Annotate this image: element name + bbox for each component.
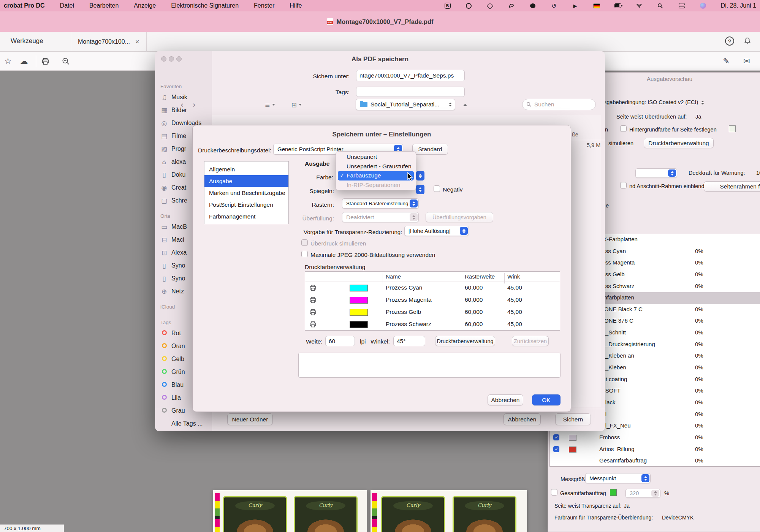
column-frequency[interactable]: Rasterweite	[465, 273, 495, 280]
package-artwork: Curly	[453, 496, 516, 532]
ring-icon[interactable]	[466, 2, 472, 9]
close-tab-icon[interactable]: ×	[135, 38, 139, 46]
farbe-popup-caret[interactable]	[416, 171, 424, 180]
ok-button[interactable]: OK	[532, 394, 560, 405]
search-input[interactable]	[534, 101, 584, 108]
column-angle[interactable]: Wink	[507, 273, 520, 280]
disk-icon: ⊟	[160, 236, 168, 244]
save-button[interactable]: Sichern	[555, 413, 591, 425]
keyboard-flag-icon[interactable]	[593, 2, 600, 9]
settings-category[interactable]: Marken und Beschnittzugabe	[204, 187, 288, 199]
star-icon[interactable]: ☆	[3, 56, 13, 66]
print-icon[interactable]	[40, 56, 50, 66]
printer-icon	[309, 284, 317, 293]
back-button[interactable]: ‹	[176, 100, 188, 110]
separation-row[interactable]: Artios_Rillung 0%	[550, 444, 760, 456]
wifi-icon[interactable]	[636, 2, 643, 9]
menu-option[interactable]: Unsepariert - Graustufen	[338, 162, 414, 171]
menu-option[interactable]: Unsepariert	[338, 152, 414, 162]
page-frames-button[interactable]: Seitenrahmen festlege	[704, 181, 760, 192]
b-badge-icon[interactable]: B	[444, 2, 451, 9]
total-coverage-checkbox[interactable]	[551, 489, 557, 496]
new-folder-button[interactable]: Neuer Ordner	[227, 413, 273, 425]
filename-input[interactable]	[356, 70, 465, 81]
ink-row[interactable]: Prozess Magenta 60,000 45,00	[305, 294, 560, 306]
background-color-well[interactable]	[729, 125, 736, 132]
cloud-upload-icon[interactable]: ☁	[19, 56, 29, 66]
lasso-icon[interactable]	[508, 2, 515, 9]
play-circle-icon[interactable]: ▶	[572, 2, 579, 9]
separation-row[interactable]: Gesamtfarbauftrag 0%	[550, 455, 760, 467]
siri-icon[interactable]	[700, 2, 706, 9]
mail-icon[interactable]: ✉	[742, 56, 752, 66]
standard-button[interactable]: Standard	[412, 144, 448, 155]
signature-pen-icon[interactable]: ✎	[721, 56, 731, 66]
separation-visibility-checkbox[interactable]	[553, 434, 559, 440]
warning-color-popup[interactable]	[635, 168, 677, 178]
menu-option[interactable]: ✓ Farbauszüge	[338, 171, 414, 180]
winkel-input[interactable]	[393, 336, 425, 346]
total-coverage-swatch[interactable]	[610, 489, 617, 496]
forward-button[interactable]: ›	[188, 100, 200, 110]
weite-input[interactable]	[325, 336, 355, 346]
menu-item[interactable]: Hilfe	[290, 2, 302, 9]
settings-category[interactable]: Allgemein	[204, 163, 288, 175]
menu-item[interactable]: Datei	[60, 2, 74, 9]
measure-size-popup[interactable]: Messpunkt	[585, 473, 651, 483]
chevron-updown-icon	[460, 227, 468, 235]
ink-row[interactable]: Prozess Cyan 60,000 45,00	[305, 282, 560, 294]
tab-document[interactable]: Montage700x100... ×	[71, 32, 147, 52]
ink-manager-button[interactable]: Druckfarbenverwaltung	[644, 138, 714, 148]
separation-row[interactable]: Emboss 0%	[550, 432, 760, 444]
spotlight-icon[interactable]	[657, 2, 664, 9]
separation-coverage: 0%	[695, 259, 703, 266]
background-color-checkbox[interactable]	[620, 125, 627, 132]
settings-category[interactable]: Farbmanagement	[204, 211, 288, 222]
cube-icon[interactable]	[487, 2, 494, 9]
package-artwork: Curly	[223, 496, 287, 532]
settings-category[interactable]: PostScript-Einstellungen	[204, 199, 288, 211]
cancel-button[interactable]: Abbrechen	[488, 394, 523, 405]
notifications-bell-icon[interactable]	[743, 36, 752, 47]
column-name[interactable]: Name	[386, 273, 401, 280]
total-coverage-popup[interactable]: 320	[625, 489, 660, 498]
menu-item[interactable]: Bearbeiten	[89, 2, 119, 9]
negativ-checkbox[interactable]	[434, 185, 440, 192]
ueberfuellung-label: Überfüllung:	[288, 215, 334, 222]
save-as-label: Sichern unter:	[284, 73, 350, 80]
separation-visibility-checkbox[interactable]	[553, 446, 559, 452]
spiegeln-popup-caret[interactable]	[416, 185, 424, 194]
list-view-button[interactable]: ≡	[261, 100, 279, 110]
ink-row[interactable]: Prozess Gelb 60,000 45,00	[305, 306, 560, 318]
jpeg-checkbox[interactable]	[301, 251, 308, 257]
transparenz-popup[interactable]: [Hohe Auflösung]	[404, 226, 469, 236]
menu-bar-clock[interactable]: Di. 28. Juni 1	[721, 2, 756, 9]
ink-row[interactable]: Prozess Schwarz 60,000 45,00	[305, 318, 560, 331]
zoom-out-icon[interactable]	[61, 56, 71, 66]
ink-manager-button[interactable]: Druckfarbenverwaltung	[435, 336, 495, 346]
sidebar-item-label: alexa	[171, 158, 186, 165]
help-icon[interactable]: ?	[725, 36, 734, 46]
cancel-button[interactable]: Abbrechen	[504, 413, 541, 425]
menu-item[interactable]: Fenster	[254, 2, 274, 9]
tags-input[interactable]	[356, 87, 465, 97]
control-center-icon[interactable]	[678, 2, 685, 9]
tab-werkzeuge[interactable]: Werkzeuge	[11, 37, 43, 45]
sidebar-tag-item[interactable]: Alle Tags ...	[160, 417, 211, 430]
menu-option[interactable]: In-RIP-Separationen	[338, 180, 414, 190]
time-machine-icon[interactable]: ↺	[551, 2, 557, 9]
menu-item[interactable]: Elektronische Signaturen	[171, 2, 239, 9]
battery-icon[interactable]	[614, 2, 621, 9]
rastern-popup[interactable]: Standard-Rastereinstellung	[342, 198, 419, 209]
app-menu-title[interactable]: crobat Pro DC	[4, 2, 45, 9]
grid-view-button[interactable]: ⊞	[287, 100, 306, 110]
folder-popup[interactable]: Social_Tutorial_Separati...	[356, 99, 455, 110]
search-field[interactable]	[522, 99, 596, 110]
menu-item[interactable]: Anzeige	[134, 2, 156, 9]
size-column-header[interactable]: ße	[572, 131, 578, 138]
output-condition-popup[interactable]: sgabebedingung: ISO Coated v2 (ECI)	[604, 99, 704, 105]
animal-icon[interactable]	[529, 2, 536, 9]
columns-toggle-button[interactable]	[460, 100, 470, 110]
settings-category[interactable]: Ausgabe	[204, 175, 288, 187]
frames-checkbox[interactable]	[620, 182, 627, 188]
